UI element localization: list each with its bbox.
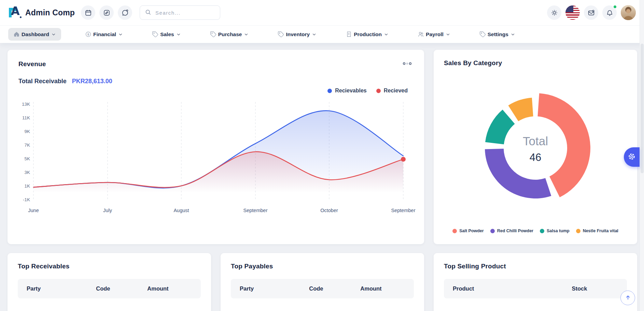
line-chart-svg: 13K11K9K7K5K3K1K-1KJuneJulyAugustSeptemb…: [18, 99, 414, 217]
chevron-down-icon: [446, 32, 450, 37]
scroll-to-top-button[interactable]: [620, 291, 635, 305]
category-legend-item-2[interactable]: Red Chilli Powder: [490, 228, 533, 233]
column-header-party: Party: [27, 285, 96, 292]
calendar-icon: [85, 9, 92, 16]
chevron-down-icon: [510, 32, 515, 37]
mail-icon: [588, 9, 595, 16]
category-legend-item-4[interactable]: Nestle Fruita vital: [576, 228, 618, 233]
legend-label: Salsa tump: [547, 228, 570, 233]
legend-dot: [490, 229, 495, 233]
legend-dot: [540, 229, 544, 233]
category-donut-chart: Total46: [444, 68, 627, 228]
tag-icon: [152, 31, 158, 38]
legend-dot: [376, 89, 381, 93]
legend-dot: [452, 229, 457, 233]
svg-text:-1K: -1K: [23, 197, 30, 202]
svg-text:September: September: [243, 208, 268, 213]
column-header-amount: Amount: [147, 285, 192, 292]
nav-item-label: Settings: [488, 31, 508, 38]
main-nav: Dashboard $ Financial Sales Purchase Inv…: [0, 25, 644, 43]
chevron-down-icon: [176, 32, 181, 37]
chevron-down-icon: [244, 32, 249, 37]
svg-text:$: $: [87, 33, 89, 36]
legend-label: Recieved: [384, 88, 408, 94]
user-avatar[interactable]: [621, 5, 636, 20]
table-card-title: Top Selling Product: [444, 263, 627, 270]
table-card-top-payables: Top Payables PartyCodeAmount: [221, 253, 424, 311]
edit-button[interactable]: [99, 5, 114, 20]
arrow-up-icon: [625, 294, 631, 302]
chat-button[interactable]: [118, 5, 132, 20]
nav-item-label: Dashboard: [22, 31, 49, 38]
language-flag-button[interactable]: [565, 5, 580, 20]
gear-icon: [627, 152, 636, 162]
nav-item-label: Sales: [160, 31, 174, 38]
svg-text:October: October: [320, 208, 338, 213]
search-box: [140, 5, 220, 20]
column-header-code: Code: [309, 285, 360, 292]
users-icon: [418, 31, 424, 38]
tag-icon: [479, 31, 486, 38]
dollar-icon: $: [85, 31, 92, 38]
home-icon: [13, 31, 20, 38]
tables-row: Top Receivables PartyCodeAmount Top Paya…: [8, 253, 637, 311]
revenue-line-chart: 13K11K9K7K5K3K1K-1KJuneJulyAugustSeptemb…: [18, 99, 413, 218]
nav-item-financial[interactable]: $ Financial: [80, 28, 128, 41]
nav-item-sales[interactable]: Sales: [147, 28, 186, 41]
column-header-stock: Stock: [572, 285, 618, 292]
total-receivable-value: PKR28,613.00: [72, 78, 112, 85]
nav-item-settings[interactable]: Settings: [474, 28, 520, 41]
total-receivable-row: Total Receivable PKR28,613.00: [18, 78, 413, 85]
category-legend-item-1[interactable]: Salt Powder: [452, 228, 484, 233]
nav-item-production[interactable]: Production: [340, 28, 394, 41]
calendar-button[interactable]: [81, 5, 95, 20]
nav-item-label: Production: [354, 31, 382, 38]
table-card-top-receivables: Top Receivables PartyCodeAmount: [8, 253, 211, 311]
category-legend-item-3[interactable]: Salsa tump: [540, 228, 570, 233]
charts-row: Revenue Total Receivable PKR28,613.00 Re…: [8, 50, 637, 244]
column-header-amount: Amount: [360, 285, 405, 292]
revenue-chart-legend: RecievablesRecieved: [18, 88, 408, 94]
tag-icon: [278, 31, 284, 38]
chevron-down-icon: [118, 32, 123, 37]
svg-text:11K: 11K: [22, 115, 30, 120]
more-options-icon: [403, 61, 412, 67]
nav-item-inventory[interactable]: Inventory: [272, 28, 322, 41]
category-card-title: Sales By Category: [444, 59, 627, 67]
table-header-row: ProductStock: [444, 279, 627, 298]
svg-text:June: June: [28, 208, 39, 213]
svg-text:August: August: [173, 208, 189, 213]
messages-button[interactable]: [584, 5, 598, 20]
search-input[interactable]: [155, 10, 215, 16]
notifications-button[interactable]: [602, 5, 617, 20]
chat-icon: [122, 9, 129, 16]
svg-text:3K: 3K: [24, 170, 30, 175]
theme-toggle-button[interactable]: [547, 5, 561, 20]
sales-by-category-card: Sales By Category Total46 Salt PowderRed…: [434, 50, 637, 244]
page-scrollbar[interactable]: [640, 0, 644, 311]
scrollbar-thumb[interactable]: [641, 44, 644, 173]
brand-title: Admin Comp: [25, 8, 75, 17]
svg-text:September: September: [391, 208, 416, 213]
notification-status-dot: [613, 5, 617, 9]
table-card-title: Top Payables: [231, 263, 414, 270]
logo-dot: [20, 16, 22, 18]
svg-text:7K: 7K: [24, 143, 30, 148]
column-header-party: Party: [240, 285, 309, 292]
column-header-product: Product: [453, 285, 572, 292]
sun-icon: [551, 9, 558, 16]
legend-label: Salt Powder: [459, 228, 484, 233]
legend-item-recieved[interactable]: Recieved: [376, 88, 408, 94]
revenue-more-options-button[interactable]: [401, 60, 413, 68]
table-card-top-selling-product: Top Selling Product ProductStock: [434, 253, 637, 311]
nav-item-payroll[interactable]: Payroll: [412, 28, 456, 41]
bell-icon: [606, 9, 613, 16]
nav-item-purchase[interactable]: Purchase: [205, 28, 254, 41]
legend-item-recievables[interactable]: Recievables: [327, 88, 367, 94]
category-chart-legend: Salt PowderRed Chilli PowderSalsa tumpNe…: [444, 228, 627, 233]
dashboard-content: Revenue Total Receivable PKR28,613.00 Re…: [0, 43, 644, 311]
donut-chart-svg: Total46: [476, 89, 594, 207]
column-header-code: Code: [96, 285, 147, 292]
edit-icon: [103, 9, 110, 16]
nav-item-dashboard[interactable]: Dashboard: [8, 28, 61, 41]
